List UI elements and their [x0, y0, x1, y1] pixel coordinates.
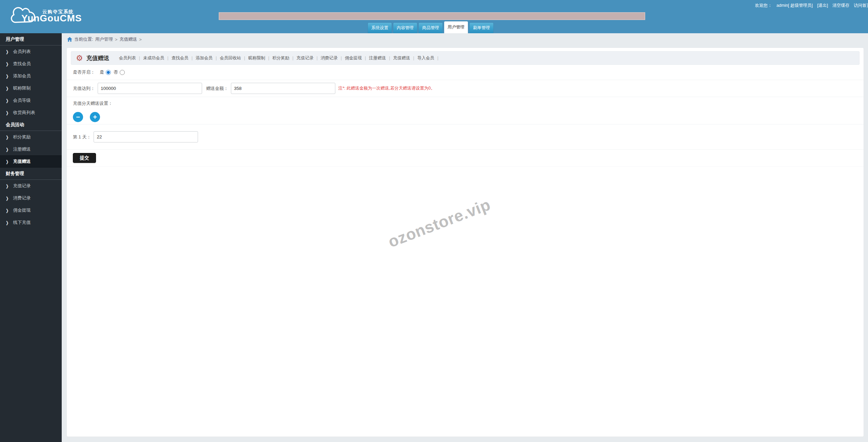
daily-section-label-row: 充值分天赠送设置： [67, 97, 864, 110]
top-header: 云购夺宝系统 YunGouCMS 欢迎您： admin[ 超级管理员] [退出]… [0, 0, 868, 33]
link-register-gift[interactable]: 注册赠送 [369, 55, 386, 61]
sidebar-item-offline-recharge[interactable]: ❯ 线下充值 [0, 216, 62, 229]
link-separator: | [192, 56, 193, 60]
chevron-right-icon: ❯ [6, 220, 8, 225]
chevron-right-icon: ❯ [6, 159, 8, 164]
link-commission-withdraw[interactable]: 佣金提现 [345, 55, 362, 61]
breadcrumb-separator: > [115, 37, 118, 42]
tab-product-management[interactable]: 商品管理 [419, 23, 442, 33]
sidebar-item-recharge-records[interactable]: ❯ 充值记录 [0, 180, 62, 192]
page-nav-links: 会员列表| 未成功会员| 查找会员| 添加会员| 会员回收站| 昵称限制| 积分… [119, 55, 441, 61]
logo-title: YunGouCMS [21, 13, 82, 24]
tab-content-management[interactable]: 内容管理 [393, 23, 417, 33]
link-points-reward[interactable]: 积分奖励 [272, 55, 289, 61]
link-import-members[interactable]: 导入会员 [417, 55, 434, 61]
remove-day-button[interactable]: − [73, 112, 83, 122]
plus-icon: + [93, 114, 97, 120]
enable-yes-radio[interactable] [106, 70, 111, 75]
day-controls-row: − + [67, 110, 864, 124]
day-1-label: 第 1 天： [73, 134, 91, 140]
chevron-right-icon: ❯ [6, 135, 8, 139]
submit-row: 提交 [67, 150, 864, 167]
sidebar-item-register-gift[interactable]: ❯ 注册赠送 [0, 143, 62, 155]
sidebar: 用户管理 ❯ 会员列表 ❯ 查找会员 ❯ 添加会员 ❯ 昵称限制 ❯ 会员等级 … [0, 33, 62, 442]
gift-note: 注*: 此赠送金额为一次赠送,若分天赠送请设置为0。 [338, 85, 435, 91]
sidebar-item-find-member[interactable]: ❯ 查找会员 [0, 58, 62, 70]
link-unsuccessful-members[interactable]: 未成功会员 [143, 55, 164, 61]
sidebar-item-points-reward[interactable]: ❯ 积分奖励 [0, 131, 62, 143]
sidebar-item-consume-records[interactable]: ❯ 消费记录 [0, 192, 62, 204]
sidebar-item-add-member[interactable]: ❯ 添加会员 [0, 70, 62, 82]
chevron-right-icon: ❯ [6, 86, 8, 91]
sidebar-item-nickname-limit[interactable]: ❯ 昵称限制 [0, 82, 62, 94]
link-separator: | [268, 56, 269, 60]
logo: 云购夺宝系统 YunGouCMS [8, 5, 83, 28]
link-separator: | [437, 56, 438, 60]
option-yes-label: 是 [100, 69, 104, 75]
page-title: 充值赠送 [86, 54, 110, 62]
clear-cache-link[interactable]: 清空缓存 [832, 3, 849, 8]
option-no-label: 否 [114, 69, 118, 75]
breadcrumb-level1[interactable]: 用户管理 [95, 36, 113, 42]
sidebar-item-receiver-list[interactable]: ❯ 收货商列表 [0, 107, 62, 119]
day-1-amount-input[interactable] [94, 131, 198, 142]
logout-link[interactable]: [退出] [817, 3, 828, 8]
tab-user-management[interactable]: 用户管理 [444, 21, 468, 33]
chevron-right-icon: ❯ [6, 74, 8, 78]
gift-amount-input[interactable] [231, 83, 335, 94]
content-panel: ⚙ 充值赠送 会员列表| 未成功会员| 查找会员| 添加会员| 会员回收站| 昵… [66, 47, 864, 437]
enable-row: 是否开启： 是 否 [67, 65, 864, 80]
welcome-label: 欢迎您： [755, 3, 772, 8]
sidebar-section-finance-management: 财务管理 [0, 168, 62, 180]
gift-label: 赠送金额： [206, 85, 228, 92]
notice-banner [219, 12, 645, 20]
chevron-right-icon: ❯ [6, 49, 8, 54]
minus-icon: − [76, 114, 80, 120]
link-member-list[interactable]: 会员列表 [119, 55, 136, 61]
link-recharge-gift[interactable]: 充值赠送 [393, 55, 410, 61]
home-icon[interactable] [67, 37, 72, 42]
link-separator: | [341, 56, 342, 60]
link-separator: | [216, 56, 217, 60]
chevron-right-icon: ❯ [6, 61, 8, 66]
tab-order-management[interactable]: 刷单管理 [470, 23, 493, 33]
amount-row: 充值达到： 赠送金额： 注*: 此赠送金额为一次赠送,若分天赠送请设置为0。 [67, 80, 864, 97]
daily-section-label: 充值分天赠送设置： [73, 100, 113, 107]
link-separator: | [292, 56, 293, 60]
enable-no-radio[interactable] [120, 70, 125, 75]
sidebar-item-commission-withdraw[interactable]: ❯ 佣金提现 [0, 204, 62, 216]
link-add-member[interactable]: 添加会员 [196, 55, 213, 61]
add-day-button[interactable]: + [90, 112, 100, 122]
page-titlebar: ⚙ 充值赠送 会员列表| 未成功会员| 查找会员| 添加会员| 会员回收站| 昵… [71, 51, 860, 65]
gear-icon: ⚙ [76, 54, 83, 62]
visit-site-link[interactable]: 访问首页 [854, 3, 868, 8]
recharge-amount-input[interactable] [98, 83, 202, 94]
sidebar-item-member-level[interactable]: ❯ 会员等级 [0, 94, 62, 107]
link-member-recycle-bin[interactable]: 会员回收站 [220, 55, 241, 61]
sidebar-item-member-list[interactable]: ❯ 会员列表 [0, 45, 62, 58]
link-consume-records[interactable]: 消费记录 [321, 55, 338, 61]
sidebar-item-recharge-gift[interactable]: ❯ 充值赠送 [0, 155, 62, 168]
tab-system-settings[interactable]: 系统设置 [368, 23, 392, 33]
link-separator: | [139, 56, 140, 60]
main-nav-tabs: 系统设置 内容管理 商品管理 用户管理 刷单管理 [368, 21, 493, 33]
chevron-right-icon: ❯ [6, 184, 8, 188]
link-separator: | [244, 56, 245, 60]
current-user: admin[ 超级管理员] [776, 3, 813, 8]
enable-label: 是否开启： [73, 69, 95, 75]
link-find-member[interactable]: 查找会员 [172, 55, 189, 61]
watermark: ozonstore.vip [386, 195, 493, 251]
submit-button[interactable]: 提交 [73, 153, 96, 163]
sidebar-section-user-management: 用户管理 [0, 33, 62, 45]
main-area: ⚙ 充值赠送 会员列表| 未成功会员| 查找会员| 添加会员| 会员回收站| 昵… [62, 45, 868, 442]
link-separator: | [167, 56, 168, 60]
chevron-right-icon: ❯ [6, 98, 8, 103]
link-separator: | [316, 56, 317, 60]
link-recharge-records[interactable]: 充值记录 [296, 55, 313, 61]
breadcrumb-label: 当前位置: [74, 36, 93, 42]
chevron-right-icon: ❯ [6, 196, 8, 200]
chevron-right-icon: ❯ [6, 110, 8, 115]
breadcrumb-level2[interactable]: 充值赠送 [119, 36, 137, 42]
breadcrumb-separator: > [139, 37, 142, 42]
link-nickname-limit[interactable]: 昵称限制 [248, 55, 265, 61]
